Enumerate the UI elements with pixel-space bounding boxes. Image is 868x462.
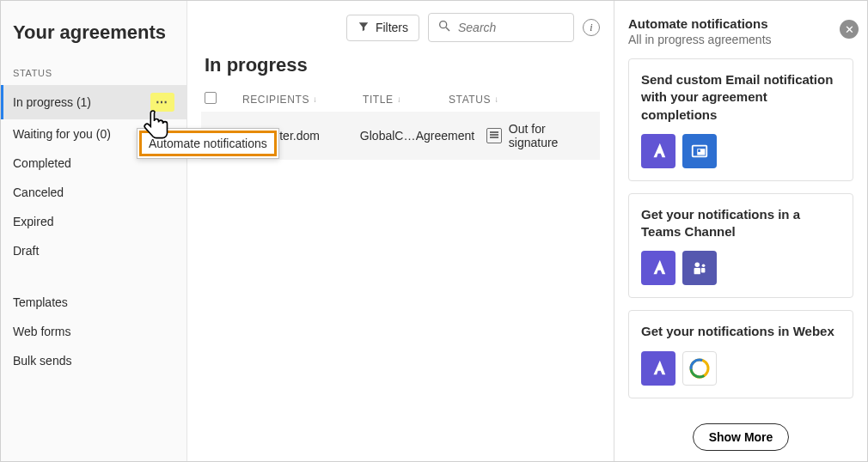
svg-rect-4	[698, 149, 700, 152]
adobe-icon[interactable]	[641, 351, 675, 386]
svg-rect-7	[694, 268, 700, 274]
col-status[interactable]: STATUS↓	[449, 94, 560, 106]
row-title: GlobalC…	[360, 129, 416, 143]
filters-button[interactable]: Filters	[346, 15, 419, 41]
col-recipients[interactable]: RECIPIENTS↓	[242, 94, 363, 106]
teams-icon[interactable]	[682, 251, 717, 285]
search-input[interactable]	[458, 21, 565, 34]
table-header: RECIPIENTS↓ TITLE↓ STATUS↓	[201, 87, 600, 112]
select-all-checkbox[interactable]	[205, 92, 217, 104]
info-button[interactable]: i	[583, 19, 600, 36]
funnel-icon	[358, 21, 370, 35]
svg-line-1	[446, 27, 449, 31]
sidebar-item[interactable]: Draft	[1, 236, 186, 265]
automation-card[interactable]: Get your notifications in Webex	[628, 310, 853, 398]
close-button[interactable]: ✕	[840, 20, 859, 39]
page-title: Your agreements	[1, 16, 186, 68]
sort-down-icon: ↓	[494, 94, 499, 104]
close-icon: ✕	[845, 23, 854, 36]
svg-point-0	[440, 21, 447, 28]
sidebar-item[interactable]: Web forms	[1, 317, 186, 346]
sidebar-item[interactable]: Expired	[1, 207, 186, 236]
sidebar-item-label: Completed	[13, 156, 71, 170]
search-box[interactable]	[428, 13, 574, 42]
sort-down-icon: ↓	[313, 94, 318, 104]
search-icon	[437, 19, 451, 36]
sidebar-item-label: Waiting for you (0)	[13, 127, 111, 141]
show-more-button[interactable]: Show More	[693, 423, 790, 451]
webex-icon[interactable]	[682, 351, 717, 386]
context-menu: Automate notifications	[137, 128, 279, 159]
sidebar-item-label: Expired	[13, 215, 53, 228]
section-title: In progress	[205, 54, 600, 76]
card-title: Send custom Email notification with your…	[641, 71, 840, 124]
card-title: Get your notifications in a Teams Channe…	[641, 206, 840, 241]
status-heading: STATUS	[1, 68, 186, 85]
svg-rect-8	[701, 268, 706, 273]
col-title[interactable]: TITLE↓	[363, 94, 449, 106]
panel-title: Automate notifications	[628, 16, 853, 31]
card-title: Get your notifications in Webex	[641, 323, 840, 340]
svg-point-6	[702, 264, 706, 268]
panel-subtitle: All in progress agreements	[628, 33, 853, 46]
filters-label: Filters	[376, 21, 408, 34]
sidebar-item[interactable]: Templates	[1, 288, 186, 317]
outlook-icon[interactable]	[682, 134, 717, 168]
sidebar-item[interactable]: In progress (1)⋯	[1, 85, 186, 119]
sidebar-item-label: Canceled	[13, 185, 64, 199]
document-icon	[486, 128, 502, 143]
sidebar-item[interactable]: Bulk sends	[1, 346, 186, 375]
automation-card[interactable]: Send custom Email notification with your…	[628, 58, 853, 181]
row-status: Out for signature	[486, 122, 596, 149]
more-options-button[interactable]: ⋯	[150, 93, 174, 112]
adobe-icon[interactable]	[641, 134, 675, 168]
automation-card[interactable]: Get your notifications in a Teams Channe…	[628, 193, 853, 299]
svg-point-5	[695, 263, 700, 268]
adobe-icon[interactable]	[641, 251, 675, 285]
row-type: Agreement	[416, 129, 486, 143]
sidebar-item-label: In progress (1)	[13, 95, 91, 109]
sidebar-item[interactable]: Canceled	[1, 178, 186, 207]
sidebar-item-label: Draft	[13, 244, 39, 258]
sort-down-icon: ↓	[397, 94, 402, 104]
automate-notifications-menu-item[interactable]: Automate notifications	[139, 131, 277, 156]
